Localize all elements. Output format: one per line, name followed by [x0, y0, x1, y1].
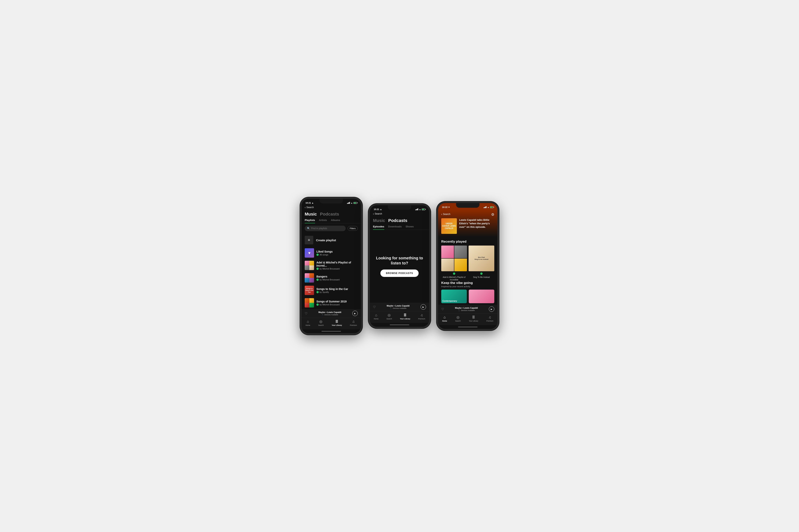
spotify-logo-sing-3: ♪	[480, 272, 483, 275]
section-tabs-2: Music Podcasts	[370, 216, 429, 223]
np-info-2: Maybe • Lewis Capaldi 📱 Devices Availabl…	[378, 305, 419, 309]
home-label-1: Home	[306, 324, 310, 326]
battery-1	[353, 202, 357, 204]
subtab-playlists-1[interactable]: Playlists	[305, 218, 315, 223]
signal-bars-3	[484, 206, 487, 208]
playlist-adel-1[interactable]: Adel & Mitchel's Playlist of Incred... ♪…	[302, 259, 361, 272]
gear-icon-3[interactable]: ⚙	[491, 212, 494, 217]
np-like-icon-3[interactable]: ♡	[441, 307, 444, 311]
nav-library-3[interactable]: ≣ Your Library	[467, 315, 480, 322]
bottom-nav-1: ⌂ Home ◎ Search ≣ Your Library ♫ Premium	[302, 318, 361, 329]
spotify-logo-summer-1: ♪	[316, 303, 319, 306]
rp-item-sing-3[interactable]: Ben PlattSing to me instead ♪ Sing To Me…	[469, 246, 494, 281]
battery-2	[422, 209, 425, 210]
wifi-icon-3: ▲	[487, 206, 489, 208]
create-playlist-btn-1[interactable]: + Create playlist	[302, 233, 361, 247]
home-indicator-3	[438, 325, 497, 329]
home-label-3: Home	[442, 320, 447, 322]
phone3-content: Recently played ♪ Adel & Mitchel's Playl…	[438, 237, 497, 305]
nav-home-1[interactable]: ⌂ Home	[304, 320, 312, 326]
vibe-card-contemporary-3[interactable]: Contemporary	[441, 289, 467, 303]
now-playing-3[interactable]: ♡ Maybe • Lewis Capaldi 📱 Devices Availa…	[438, 305, 497, 314]
vibe-cards-3: Contemporary	[441, 289, 494, 303]
np-like-icon-2[interactable]: ♡	[373, 305, 376, 309]
bangers-thumb-1	[305, 273, 314, 283]
rp-item-adel-3[interactable]: ♪ Adel & Mitchel's Playlist of Incredibl…	[441, 246, 467, 281]
tab-podcasts-2[interactable]: Podcasts	[388, 218, 407, 223]
nav-premium-1[interactable]: ♫ Premium	[348, 320, 359, 326]
sub-tabs-1: Playlists Artists Albums	[302, 217, 361, 223]
playlist-car-1[interactable]: Songs to Sing in the Car Songs to Sing i…	[302, 284, 361, 297]
subtab-episodes-2[interactable]: Episodes	[373, 225, 384, 230]
featured-info-3: Lewis Capaldi talks Billie Eilish's "whe…	[459, 218, 494, 229]
rp-thumb-adel-cream-3	[441, 259, 454, 271]
car-info-1: Songs to Sing in the Car ♪ by Spotify	[316, 287, 358, 293]
phone-1: 10:21 ▲ ▲ ‹ Search	[300, 197, 362, 335]
np-device-2: 📱 Devices Available	[378, 307, 419, 309]
signal-notch-3: ✦	[448, 206, 450, 209]
playlist-summer-1[interactable]: Songs of Summer 2019 ♪ by Mitchel Brouss…	[302, 297, 361, 309]
empty-title-2: Looking for something to listen to?	[374, 255, 425, 266]
rp-name-adel-3: Adel & Mitchel's Playlist of Incredible	[441, 276, 467, 281]
nav-search-1[interactable]: ◎ Search	[316, 319, 326, 326]
search-input-wrap-1[interactable]: 🔍 Find in playlists	[305, 226, 346, 231]
featured-thumb-3[interactable]: UNDER COVER LEWIS CAPALDI	[441, 218, 457, 234]
np-info-1: Maybe • Lewis Capaldi 📱 Devices Availabl…	[309, 311, 350, 316]
home-indicator-2	[370, 323, 429, 327]
now-playing-2[interactable]: ♡ Maybe • Lewis Capaldi 📱 Devices Availa…	[370, 303, 429, 311]
filters-button-1[interactable]: Filters	[348, 226, 358, 231]
vibe-card-label-1-3: Contemporary	[442, 300, 457, 302]
vibe-card-2-3[interactable]	[469, 289, 494, 303]
signal-arrow-1: ▲	[311, 202, 314, 204]
tab-music-1[interactable]: Music	[305, 212, 317, 217]
playlist-liked-songs-1[interactable]: ♥ Liked Songs ♪ 36 songs	[302, 247, 361, 259]
back-nav-1[interactable]: ‹ Search	[302, 206, 361, 210]
tab-podcasts-1[interactable]: Podcasts	[320, 212, 339, 217]
adel-sub-1: by Mitchel Broussard	[320, 268, 340, 270]
premium-icon-2: ♫	[420, 313, 423, 317]
subtab-downloads-2[interactable]: Downloads	[388, 225, 402, 230]
search-nav-label-2: Search	[386, 318, 392, 320]
premium-label-1: Premium	[350, 324, 357, 326]
library-label-2: Your Library	[400, 318, 410, 320]
nav-library-1[interactable]: ≣ Your Library	[330, 319, 344, 326]
bangers-sub-1: by Mitchel Broussard	[320, 279, 340, 281]
browse-podcasts-btn-2[interactable]: BROWSE PODCASTS	[380, 269, 418, 277]
time-1: 10:21	[306, 202, 311, 204]
now-playing-1[interactable]: ♡ Maybe • Lewis Capaldi 📱 Devices Availa…	[302, 309, 361, 318]
tab-music-2[interactable]: Music	[373, 218, 385, 223]
nav-library-2[interactable]: ≣ Your Library	[398, 313, 412, 320]
rp-meta-adel-3: ♪	[441, 272, 467, 275]
summer-meta-1: ♪ by Mitchel Broussard	[316, 303, 358, 306]
nav-home-2[interactable]: ⌂ Home	[372, 313, 380, 320]
back-nav-3[interactable]: ‹ Search	[441, 213, 450, 216]
home-indicator-1	[302, 329, 361, 333]
notch-1	[320, 199, 343, 204]
np-play-btn-2[interactable]: ▶	[421, 304, 426, 310]
keep-vibe-title-3: Keep the vibe going	[441, 281, 494, 285]
back-arrow-1: ‹	[305, 206, 306, 209]
back-label-2: Search	[375, 212, 382, 215]
subtab-artists-1[interactable]: Artists	[319, 218, 327, 223]
np-like-icon-1[interactable]: ♡	[305, 311, 307, 315]
create-playlist-label-1: Create playlist	[316, 239, 336, 242]
back-nav-2[interactable]: ‹ Search	[370, 212, 429, 216]
nav-premium-3[interactable]: ♫ Premium	[484, 315, 495, 322]
content-1: Music Podcasts Playlists Artists Albums …	[302, 210, 361, 309]
spotify-logo-bangers-1: ♪	[316, 279, 319, 281]
np-title-2: Maybe • Lewis Capaldi	[378, 305, 419, 307]
playlist-bangers-1[interactable]: Bangers ♪ by Mitchel Broussard	[302, 272, 361, 284]
rp-thumb-single-sing-3: Ben PlattSing to me instead	[469, 246, 494, 271]
signal-bars-2	[415, 208, 418, 210]
phone3-header: ‹ Search ⚙ UNDER COVER LEWIS CAPALDI Lew…	[438, 210, 497, 237]
subtab-albums-1[interactable]: Albums	[331, 218, 340, 223]
battery-3	[490, 206, 493, 208]
nav-premium-2[interactable]: ♫ Premium	[416, 313, 427, 320]
search-nav-label-3: Search	[455, 320, 461, 322]
nav-search-3[interactable]: ◎ Search	[453, 315, 463, 322]
nav-home-3[interactable]: ⌂ Home	[440, 315, 449, 322]
nav-search-2[interactable]: ◎ Search	[384, 313, 394, 320]
np-play-btn-3[interactable]: ▶	[489, 306, 494, 312]
np-play-btn-1[interactable]: ▶	[352, 311, 358, 316]
subtab-shows-2[interactable]: Shows	[405, 225, 414, 230]
